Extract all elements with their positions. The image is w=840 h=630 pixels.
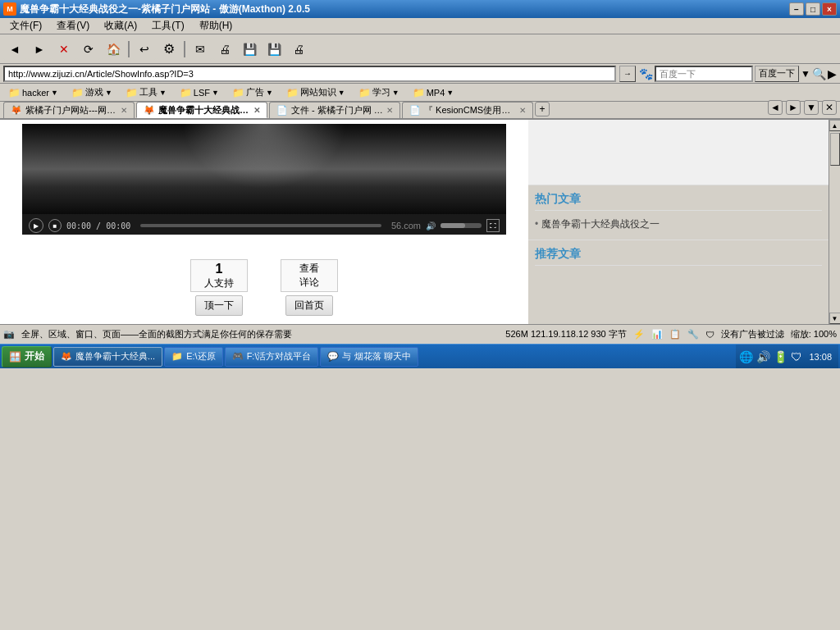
tab-scroll-left[interactable]: ◄ <box>768 100 783 115</box>
fav-item-6[interactable]: 📁 学习 ▼ <box>354 85 404 99</box>
titlebar-text: 魔兽争霸十大经典战役之一-紫橘子门户网站 - 傲游(Maxthon) 2.0.5 <box>20 2 310 16</box>
mail-button[interactable]: ✉ <box>189 39 212 60</box>
fav-chevron-7: ▼ <box>446 89 454 97</box>
search-box: 🐾 百度一下 ▼ 🔍 ▶ <box>639 66 837 82</box>
tab-label-2: 文件 - 紫橘子门户网 | Goo... <box>291 104 383 116</box>
recommended-title: 推荐文章 <box>535 247 822 266</box>
fav-item-1[interactable]: 📁 游戏 ▼ <box>66 85 117 99</box>
save2-button[interactable]: 💾 <box>262 39 285 60</box>
fav-chevron-5: ▼ <box>338 89 345 97</box>
refresh-button[interactable]: ⟳ <box>77 39 100 60</box>
taskbar-item-2[interactable]: 🎮 F:\活方对战平台 <box>225 347 319 367</box>
home-button[interactable]: 🏠 <box>102 39 125 60</box>
tray-icon-2[interactable]: 🔊 <box>756 350 770 363</box>
search-button[interactable]: 百度一下 <box>755 66 799 82</box>
tab-close-3[interactable]: ✕ <box>519 106 526 115</box>
print-button[interactable]: 🖨 <box>213 39 236 60</box>
stop-button[interactable]: ✕ <box>52 39 75 60</box>
fav-item-2[interactable]: 📁 工具 ▼ <box>121 85 171 99</box>
close-button[interactable]: × <box>822 2 837 16</box>
taskbar-label-1: E:\还原 <box>186 350 215 363</box>
search-options-icon[interactable]: ▼ <box>801 68 810 80</box>
go-button[interactable]: → <box>619 66 636 82</box>
tab-close-all[interactable]: ✕ <box>822 100 837 115</box>
hot-article-0[interactable]: 魔兽争霸十大经典战役之一 <box>535 216 822 233</box>
tray-icon-3[interactable]: 🔋 <box>774 350 788 363</box>
video-fullscreen-button[interactable]: ⛶ <box>486 219 500 232</box>
tab-list-button[interactable]: ▼ <box>804 100 819 115</box>
home-btn[interactable]: 回首页 <box>285 295 333 316</box>
fav-item-3[interactable]: 📁 LSF ▼ <box>175 86 224 99</box>
scroll-up-button[interactable]: ▲ <box>829 120 841 131</box>
video-total-time: 00:00 <box>106 221 130 231</box>
status-icon-2: 📋 <box>669 329 681 340</box>
maximize-button[interactable]: □ <box>806 2 820 16</box>
search-engine-icon: 🐾 <box>639 67 653 80</box>
search-input[interactable] <box>655 66 753 82</box>
taskbar-item-3[interactable]: 💬 与 烟花落 聊天中 <box>320 347 418 367</box>
back-button[interactable]: ◄ <box>3 39 26 60</box>
fav-chevron-1: ▼ <box>105 89 112 97</box>
right-sidebar-wrapper: 热门文章 魔兽争霸十大经典战役之一 推荐文章 ▲ ▼ <box>528 120 840 324</box>
status-ad-text: 没有广告被过滤 <box>721 328 784 340</box>
fav-label-2: 工具 <box>139 86 158 98</box>
vote-box: 1 人支持 顶一下 <box>190 259 248 316</box>
fav-item-0[interactable]: 📁 hacker ▼ <box>3 86 63 99</box>
new-tab-button[interactable]: + <box>535 102 550 116</box>
tab-2[interactable]: 📄 文件 - 紫橘子门户网 | Goo... ✕ <box>269 102 400 118</box>
fav-label-0: hacker <box>22 88 49 98</box>
search-extra-icon[interactable]: 🔍 <box>812 67 826 80</box>
tab-1[interactable]: 🦊 魔兽争霸十大经典战役之一—... ✕ <box>136 102 267 118</box>
search-extra2-icon[interactable]: ▶ <box>828 67 837 80</box>
fav-item-5[interactable]: 📁 网站知识 ▼ <box>281 85 350 99</box>
tab-close-0[interactable]: ✕ <box>121 106 127 115</box>
video-progress-bar[interactable] <box>140 224 381 227</box>
status-lightning-icon: ⚡ <box>633 329 645 340</box>
menu-file[interactable]: 文件(F) <box>3 18 48 34</box>
video-play-button[interactable]: ▶ <box>29 218 43 233</box>
video-volume-slider[interactable] <box>441 223 482 228</box>
scroll-thumb[interactable] <box>830 133 840 166</box>
comment-label-display: 查看详论 <box>281 259 338 292</box>
status-stats: 526M 121.19.118.12 930 字节 <box>505 328 626 340</box>
minimize-button[interactable]: − <box>789 2 804 16</box>
taskbar-icon-2: 🎮 <box>232 351 244 362</box>
tray-icon-1[interactable]: 🌐 <box>739 350 753 363</box>
tray-icon-4[interactable]: 🛡 <box>791 350 802 363</box>
scroll-down-button[interactable]: ▼ <box>829 313 841 324</box>
tab-scroll-right[interactable]: ► <box>786 100 801 115</box>
menu-view[interactable]: 查看(V) <box>50 18 96 34</box>
save-button[interactable]: 💾 <box>238 39 261 60</box>
tab-close-1[interactable]: ✕ <box>253 106 260 115</box>
folder-icon-1: 📁 <box>71 87 84 98</box>
taskbar-icon-3: 💬 <box>327 351 339 362</box>
print2-button[interactable]: 🖨 <box>287 39 310 60</box>
titlebar-buttons: − □ × <box>789 2 837 16</box>
video-volume-icon[interactable]: 🔊 <box>426 221 436 231</box>
comment-label: 查看详论 <box>299 262 319 290</box>
settings-button[interactable]: ⚙ <box>158 39 180 60</box>
menu-favorites[interactable]: 收藏(A) <box>98 18 144 34</box>
fav-item-7[interactable]: 📁 MP4 ▼ <box>408 86 459 99</box>
vote-button[interactable]: 顶一下 <box>195 295 243 316</box>
tab-close-2[interactable]: ✕ <box>386 106 393 115</box>
address-input[interactable]: http://www.zijuzi.cn/Article/ShowInfo.as… <box>3 66 616 82</box>
start-icon: 🪟 <box>9 351 21 363</box>
taskbar-label-2: F:\活方对战平台 <box>247 350 312 363</box>
back2-button[interactable]: ↩ <box>133 39 156 60</box>
status-zoom-text: 缩放: 100% <box>791 328 837 340</box>
tab-3[interactable]: 📄 『 KesionCMS使用交流区 』... ✕ <box>402 102 533 118</box>
menu-help[interactable]: 帮助(H) <box>193 18 240 34</box>
taskbar-item-0[interactable]: 🦊 魔兽争霸十大经典... <box>53 347 162 367</box>
menu-tools[interactable]: 工具(T) <box>145 18 190 34</box>
video-stop-button[interactable]: ■ <box>48 219 62 232</box>
article-bottom-actions: 1 人支持 顶一下 查看详论 回首页 <box>0 251 528 324</box>
video-current-time: 00:00 <box>66 221 91 231</box>
fav-item-4[interactable]: 📁 广告 ▼ <box>227 85 278 99</box>
video-brand: 56.com <box>391 221 421 231</box>
forward-button[interactable]: ► <box>28 39 51 60</box>
taskbar-item-1[interactable]: 📁 E:\还原 <box>164 347 222 367</box>
tab-label-0: 紫橘子门户网站---网站后台管理 <box>25 104 117 116</box>
start-button[interactable]: 🪟 开始 <box>2 346 52 368</box>
tab-0[interactable]: 🦊 紫橘子门户网站---网站后台管理 ✕ <box>3 102 135 118</box>
